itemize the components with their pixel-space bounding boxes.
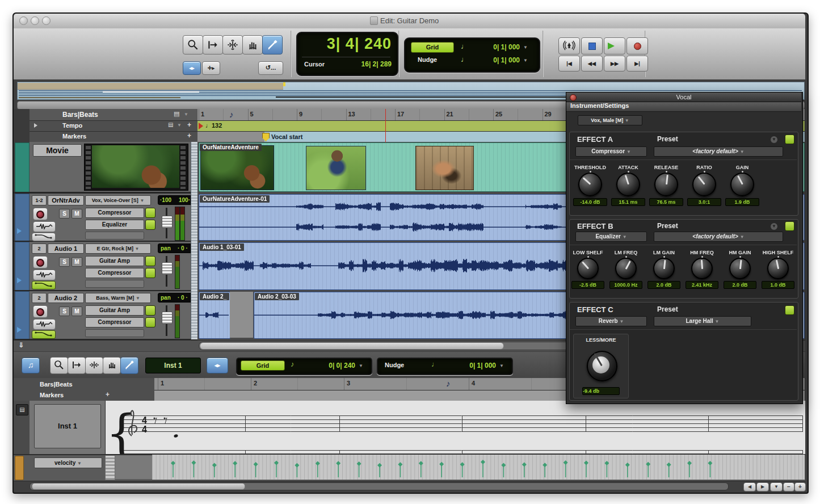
selector-tool-button[interactable] <box>222 35 243 54</box>
zoom-preset-button[interactable]: ▼ <box>770 482 783 492</box>
knob-release[interactable]: RELEASE 76.5 ms <box>648 165 684 206</box>
audio2-track-name[interactable]: Audio 2 <box>48 293 84 303</box>
notation-view-button[interactable]: ♫ <box>22 358 40 373</box>
editor-selector-tool-button[interactable] <box>85 357 103 374</box>
scroll-left-button[interactable]: ◀ <box>743 482 756 492</box>
notation-staff-area[interactable] <box>105 401 805 454</box>
tempo-ruler-caret-icon[interactable]: ▼ <box>177 123 182 128</box>
knob-threshold[interactable]: THRESHOLD -14.0 dB <box>572 165 608 206</box>
audio1-track-view-button[interactable] <box>33 270 56 280</box>
editor-grid-note-icon[interactable]: ♪ <box>291 360 295 368</box>
pencil-tool-button[interactable] <box>262 35 283 54</box>
zoomer-tool-button[interactable] <box>183 35 203 54</box>
vox-fader-handle[interactable] <box>162 216 173 228</box>
zoom-out-button[interactable]: − <box>783 482 794 492</box>
audio1-solo-button[interactable]: S <box>59 257 70 267</box>
go-to-end-button[interactable]: ▶| <box>626 56 648 72</box>
tempo-event[interactable]: ♩132 <box>205 122 222 129</box>
vox-insert-1-bypass[interactable] <box>145 208 155 218</box>
scroll-right-button[interactable]: ▶ <box>756 482 769 492</box>
vox-playlist-arrow-icon[interactable] <box>17 228 22 234</box>
stop-button[interactable] <box>581 37 603 54</box>
audio1-insert-1-bypass[interactable] <box>145 256 155 266</box>
audio1-track-color-tab[interactable] <box>15 242 30 291</box>
grabber-tool-button[interactable] <box>242 35 263 54</box>
audio2-clip-a[interactable]: Audio 2_ <box>199 292 230 339</box>
countoff-button[interactable]: ↺... <box>258 61 283 75</box>
editor-nudge-caret-icon[interactable]: ▼ <box>499 364 504 368</box>
zoom-in-button[interactable]: + <box>794 482 806 492</box>
vox-record-enable-button[interactable] <box>33 208 48 220</box>
less-more-knob[interactable] <box>580 344 622 386</box>
vox-insert-1[interactable]: Compressor <box>85 208 144 218</box>
vox-solo-button[interactable]: S <box>59 209 70 219</box>
effect-c-preset-dropdown[interactable]: Large Hall ▼ <box>654 316 751 326</box>
velocity-color-tab[interactable] <box>15 456 24 480</box>
editor-markers-add-icon[interactable]: + <box>106 390 110 398</box>
audio2-solo-button[interactable]: S <box>59 306 70 316</box>
bars-ruler-caret-icon[interactable]: ▼ <box>184 112 188 117</box>
instrument-preset-dropdown[interactable]: Vox, Male [M] ▼ <box>578 115 642 125</box>
effect-c-type-dropdown[interactable]: Reverb ▼ <box>575 316 647 326</box>
tab-to-transient-button[interactable]: ✛▸ <box>202 61 220 75</box>
return-to-zero-button[interactable]: |◀ <box>558 56 580 72</box>
audio2-fader-handle[interactable] <box>162 312 173 324</box>
knob-lm-freq[interactable]: LM FREQ 1000.0 Hz <box>608 250 644 289</box>
vox-insert-3-empty[interactable] <box>85 232 144 240</box>
play-button[interactable] <box>604 37 625 54</box>
grid-value[interactable]: 0| 1| 000 <box>471 43 520 51</box>
editor-nudge-value[interactable]: 0| 1| 000 <box>443 362 496 369</box>
audio1-insert-1[interactable]: Guitar Amp <box>85 256 144 266</box>
audio2-playlist-arrow-icon[interactable] <box>17 327 22 333</box>
nudge-caret-icon[interactable]: ▼ <box>523 58 528 63</box>
markers-add-icon[interactable]: + <box>187 132 191 140</box>
rewind-button[interactable]: ◀◀ <box>581 56 603 72</box>
audio2-output-selector[interactable]: Bass, Warm [M] ▼ <box>85 293 151 303</box>
effect-c-enable-button[interactable] <box>785 305 794 315</box>
audio2-track-color-tab[interactable] <box>15 291 30 340</box>
effect-a-enable-button[interactable] <box>785 135 794 144</box>
fast-forward-button[interactable]: ▶▶ <box>604 56 625 72</box>
knob-gain[interactable]: GAIN 1.9 dB <box>724 165 760 206</box>
editor-grid-caret-icon[interactable]: ▼ <box>359 364 363 368</box>
audio1-insert-2-bypass[interactable] <box>145 268 155 278</box>
sync-button[interactable] <box>558 37 580 54</box>
scroll-down-icon[interactable]: ⇓ <box>18 341 24 349</box>
link-selection-button[interactable]: ◂▸ <box>183 61 201 75</box>
editor-link-button[interactable]: ◂▸ <box>207 358 228 373</box>
effect-a-collapse-button[interactable]: ▼ <box>771 136 777 143</box>
editor-trimmer-tool-button[interactable] <box>68 357 86 374</box>
minimize-button[interactable] <box>31 16 39 25</box>
effect-b-collapse-button[interactable]: ▼ <box>771 223 777 230</box>
tempo-ruler-view-icon[interactable]: ▤ <box>168 121 173 128</box>
audio1-automation-button[interactable] <box>32 281 56 289</box>
editor-track-display[interactable]: Inst 1 <box>145 358 201 373</box>
less-more-module[interactable]: LESS/MORE -9.4 db <box>573 334 629 398</box>
grid-caret-icon[interactable]: ▼ <box>523 45 528 50</box>
effect-b-preset-dropdown[interactable]: <factory default> ▼ <box>654 232 783 242</box>
nudge-value[interactable]: 0| 1| 000 <box>471 56 520 64</box>
nudge-label[interactable]: Nudge <box>418 56 437 63</box>
knob-ratio[interactable]: RATIO 3.0:1 <box>686 165 722 206</box>
movie-track-color-tab[interactable] <box>15 142 30 192</box>
audio2-insert-1-bypass[interactable] <box>145 305 155 316</box>
audio2-record-enable-button[interactable] <box>33 305 48 318</box>
vox-automation-button[interactable] <box>32 233 56 241</box>
grid-note-icon[interactable]: ♩ <box>461 42 468 51</box>
bars-ruler-view-icon[interactable]: ▤ <box>174 110 179 117</box>
vox-insert-2-bypass[interactable] <box>145 220 155 230</box>
edit-hscroll-thumb[interactable] <box>200 342 504 350</box>
velocity-content[interactable] <box>152 455 805 480</box>
tempo-add-icon[interactable]: + <box>187 121 191 129</box>
effect-a-preset-dropdown[interactable]: <factory default> ▼ <box>654 146 783 157</box>
effect-b-type-dropdown[interactable]: Equalizer ▼ <box>575 232 647 242</box>
audio1-mute-button[interactable]: M <box>72 257 82 267</box>
knob-lm-gain[interactable]: LM GAIN 2.0 dB <box>646 250 682 289</box>
knob-high-shelf[interactable]: HIGH SHELF 1.0 dB <box>760 250 796 289</box>
editor-zoomer-tool-button[interactable] <box>50 357 68 374</box>
record-button[interactable] <box>626 37 648 54</box>
knob-hm-gain[interactable]: HM GAIN 2.0 dB <box>722 250 758 289</box>
audio2-insert-3-empty[interactable] <box>85 329 144 337</box>
audio2-track-view-button[interactable] <box>33 319 56 330</box>
audio1-output-selector[interactable]: E Gtr, Rock [M] ▼ <box>85 243 151 254</box>
